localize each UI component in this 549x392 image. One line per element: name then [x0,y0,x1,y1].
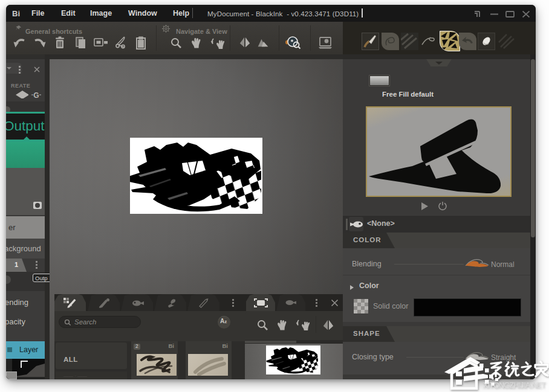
svg-text:XITONGZHIJIA.NET: XITONGZHIJIA.NET [483,381,546,390]
svg-text:G: G [33,91,39,100]
